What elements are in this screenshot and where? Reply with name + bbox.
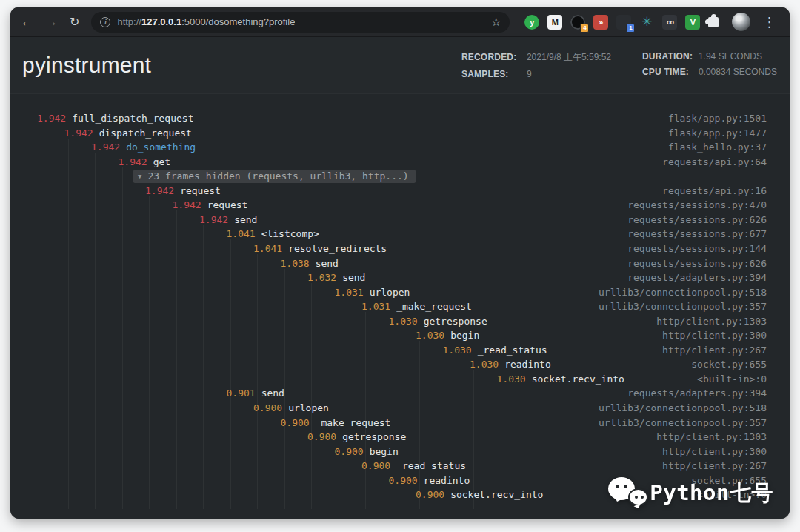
frame-time: 1.942: [119, 155, 147, 170]
frame-name: _make_request: [396, 299, 472, 314]
back-button[interactable]: ←: [21, 16, 33, 28]
profile-metadata: RECORDED:2021/9/8 上午5:59:52SAMPLES:9DURA…: [461, 51, 777, 79]
frame-row[interactable]: 1.942getrequests/api.py:64: [10, 155, 790, 170]
frame-location: flask_hello.py:37: [668, 140, 790, 155]
extension-m[interactable]: M: [547, 15, 562, 30]
frame-location: http/client.py:300: [662, 445, 790, 459]
frame-name: _read_status: [396, 459, 466, 473]
meta-label: CPU TIME:: [642, 67, 699, 77]
frame-time: 0.900: [253, 401, 282, 416]
frame-location: http/client.py:1303: [656, 430, 790, 445]
frame-name: send: [316, 256, 339, 271]
frame-row[interactable]: 0.900_make_requesturllib3/connectionpool…: [10, 416, 790, 430]
page-title: pyinstrument: [22, 53, 151, 78]
frame-row[interactable]: 1.030_read_statushttp/client.py:267: [10, 343, 790, 358]
frame-location: requests/sessions.py:626: [627, 213, 790, 227]
frame-location: requests/api.py:16: [662, 184, 790, 199]
frame-location: requests/sessions.py:677: [627, 227, 790, 242]
frame-row[interactable]: 1.030socket.recv_into<built-in>:0: [10, 372, 790, 387]
frame-name: send: [342, 270, 365, 285]
browser-window: ← → ↻ i http://127.0.0.1:5000/dosomethin…: [10, 7, 790, 519]
frame-name: readinto: [504, 357, 551, 372]
frame-time: 1.942: [145, 184, 174, 199]
frame-location: <built-in>:0: [697, 372, 790, 387]
site-info-icon[interactable]: i: [100, 17, 110, 27]
meta-label: DURATION:: [642, 51, 699, 61]
extension-goggles[interactable]: oo: [662, 15, 677, 30]
frame-row[interactable]: 1.942dispatch_requestflask/app.py:1477: [10, 126, 790, 141]
frame-row[interactable]: 0.901sendrequests/adapters.py:394: [10, 386, 790, 401]
frame-time: 1.031: [361, 299, 390, 314]
frame-name: send: [234, 213, 257, 227]
frame-time: 1.041: [227, 227, 256, 242]
frame-name: urlopen: [288, 401, 329, 416]
hidden-frames-chip[interactable]: ▼23 frames hidden (requests, urllib3, ht…: [133, 170, 416, 183]
frame-time: 1.030: [416, 328, 444, 343]
profile-avatar[interactable]: [732, 13, 750, 31]
frame-row[interactable]: 1.942requestrequests/api.py:16: [10, 184, 790, 199]
frame-row[interactable]: 1.031urlopenurllib3/connectionpool.py:51…: [10, 285, 790, 300]
hidden-frames-label: 23 frames hidden (requests, urllib3, htt…: [147, 170, 408, 183]
frame-row[interactable]: 0.900getresponsehttp/client.py:1303: [10, 430, 790, 445]
frame-row[interactable]: 1.030getresponsehttp/client.py:1303: [10, 314, 790, 329]
menu-dots-icon[interactable]: ⋮: [762, 16, 776, 29]
frame-location: urllib3/connectionpool.py:357: [599, 416, 790, 430]
frame-location: requests/adapters.py:394: [627, 270, 790, 285]
frame-row[interactable]: 1.942do_somethingflask_hello.py:37: [10, 140, 790, 155]
frame-location: requests/adapters.py:394: [627, 386, 790, 401]
frame-row[interactable]: 1.032sendrequests/adapters.py:394: [10, 270, 790, 285]
meta-value: 9: [527, 69, 642, 79]
extension-dark-circle[interactable]: 4: [570, 15, 585, 30]
frame-time: 1.030: [443, 343, 472, 358]
frame-location: requests/sessions.py:144: [627, 242, 790, 256]
frame-row[interactable]: 1.030readintosocket.py:655: [10, 357, 790, 372]
extension-teal-flower[interactable]: ✳: [639, 15, 654, 30]
frame-location: requests/sessions.py:626: [627, 256, 790, 271]
frame-row[interactable]: 1.041resolve_redirectsrequests/sessions.…: [10, 242, 790, 256]
frame-row[interactable]: 1.038sendrequests/sessions.py:626: [10, 256, 790, 271]
meta-label: SAMPLES:: [461, 69, 527, 79]
frame-location: requests/api.py:64: [662, 155, 790, 170]
extension-cube-badge: 1: [626, 24, 635, 33]
frame-location: http/client.py:300: [662, 328, 790, 343]
url-text: http://127.0.0.1:5000/dosomething?profil…: [117, 16, 295, 27]
meta-samples: SAMPLES:9: [461, 69, 642, 79]
frame-row[interactable]: 1.942sendrequests/sessions.py:626: [10, 213, 790, 227]
frame-name: get: [153, 155, 170, 170]
extensions-puzzle-icon[interactable]: [708, 17, 719, 27]
frame-time: 1.942: [199, 213, 228, 227]
frame-location: http/client.py:267: [662, 459, 790, 473]
frame-name: socket.recv_into: [450, 488, 543, 502]
frame-row[interactable]: 1.942requestrequests/sessions.py:470: [10, 198, 790, 213]
frame-time: 1.038: [281, 256, 310, 271]
address-bar[interactable]: i http://127.0.0.1:5000/dosomething?prof…: [91, 12, 510, 33]
frame-location: http/client.py:267: [662, 343, 790, 358]
extension-green-y[interactable]: y: [524, 15, 539, 30]
bookmark-star-icon[interactable]: ☆: [491, 16, 501, 29]
frame-row[interactable]: 1.942full_dispatch_requestflask/app.py:1…: [10, 111, 790, 126]
extension-red-forward[interactable]: »: [593, 15, 608, 30]
url-scheme: http://: [117, 16, 141, 27]
meta-cputime: CPU TIME:0.00834 SECONDS: [642, 67, 777, 77]
extension-cube[interactable]: 1: [616, 15, 631, 30]
frame-row[interactable]: 0.900urlopenurllib3/connectionpool.py:51…: [10, 401, 790, 416]
frame-name: <listcomp>: [261, 227, 319, 242]
frame-row[interactable]: 1.031_make_requesturllib3/connectionpool…: [10, 299, 790, 314]
frame-name: request: [180, 184, 221, 199]
meta-recorded: RECORDED:2021/9/8 上午5:59:52: [461, 51, 642, 64]
hidden-frames-row[interactable]: ▼23 frames hidden (requests, urllib3, ht…: [10, 169, 790, 184]
watermark: Python七号: [608, 476, 773, 511]
frame-row[interactable]: 0.900beginhttp/client.py:300: [10, 445, 790, 459]
extension-green-v[interactable]: V: [685, 15, 700, 30]
frame-row[interactable]: 1.030beginhttp/client.py:300: [10, 328, 790, 343]
reload-button[interactable]: ↻: [70, 16, 79, 28]
frame-location: urllib3/connectionpool.py:357: [599, 299, 790, 314]
frame-row[interactable]: 1.041<listcomp>requests/sessions.py:677: [10, 227, 790, 242]
forward-button[interactable]: →: [45, 16, 58, 28]
frame-name: getresponse: [424, 314, 487, 329]
expand-triangle-icon[interactable]: ▼: [138, 170, 141, 183]
frame-time: 1.942: [91, 140, 120, 155]
frame-name: full_dispatch_request: [72, 111, 193, 126]
frame-name: _read_status: [478, 343, 547, 358]
frame-row[interactable]: 0.900_read_statushttp/client.py:267: [10, 459, 790, 473]
